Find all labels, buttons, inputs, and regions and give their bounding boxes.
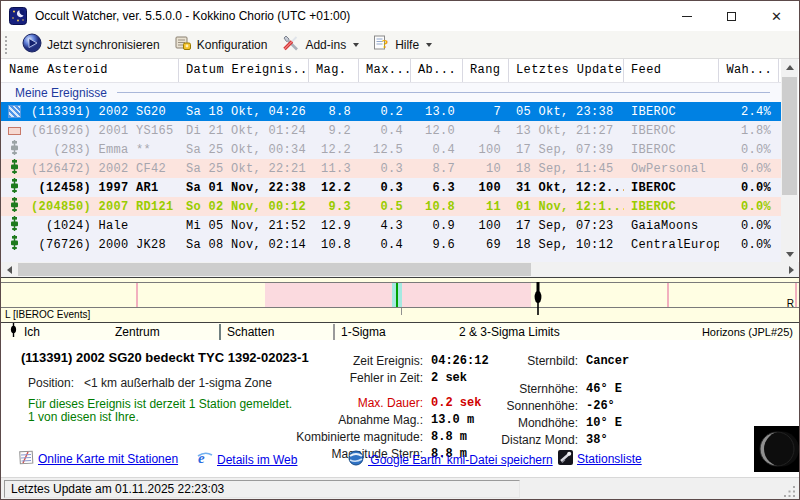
- vertical-scrollbar[interactable]: [781, 59, 798, 262]
- scroll-up-button[interactable]: [781, 59, 798, 75]
- column-header[interactable]: Rang: [463, 59, 509, 82]
- help-button[interactable]: ? Hilfe: [366, 32, 439, 57]
- position-line: Position: <1 km außerhalb der 1-sigma Zo…: [28, 376, 272, 390]
- table-row[interactable]: (204850) 2007 RD121So 02 Nov, 00:129.30.…: [1, 197, 782, 216]
- minimize-button[interactable]: [664, 1, 709, 31]
- sigma-limit-line: [795, 283, 797, 307]
- row-icon-cell: [1, 159, 27, 178]
- cell-mag: 9.2: [309, 124, 359, 138]
- cell-wah: 0.0%: [719, 181, 779, 195]
- detail-label: Fehler in Zeit:: [249, 371, 431, 385]
- cell-update: 31 Okt, 12:2...: [509, 181, 624, 195]
- scroll-left-button[interactable]: [1, 262, 17, 277]
- cell-feed: GaiaMoons: [624, 219, 719, 233]
- scroll-right-button[interactable]: [783, 262, 799, 277]
- close-button[interactable]: ✕: [754, 1, 799, 31]
- link-google-earth[interactable]: 'Google Earth' kml-Datei speichern: [368, 453, 553, 467]
- cell-update: 18 Sep, 11:45: [509, 162, 624, 176]
- toolbar-grip[interactable]: [5, 36, 8, 54]
- cell-mag: 12.9: [309, 219, 359, 233]
- vertical-scroll-thumb[interactable]: [782, 77, 797, 195]
- scroll-down-button[interactable]: [781, 246, 798, 262]
- detail-label: Abnahme Mag.:: [249, 413, 431, 427]
- cell-update: 01 Nov, 12:1...: [509, 200, 624, 214]
- help-label: Hilfe: [395, 38, 419, 52]
- link-internet-explorer[interactable]: Details im Web: [217, 453, 297, 467]
- horizontal-scroll-thumb[interactable]: [18, 263, 531, 276]
- event-path-graph[interactable]: L [IBEROC Events] R: [1, 277, 799, 322]
- column-header[interactable]: Ab...: [411, 59, 463, 82]
- table-row[interactable]: (126472) 2002 CF42Sa 25 Okt, 22:2111.30.…: [1, 159, 782, 178]
- cell-max: 0.5: [359, 200, 411, 214]
- cell-update: 13 Okt, 21:27: [509, 124, 624, 138]
- horizontal-scrollbar[interactable]: [1, 262, 799, 277]
- cell-name: (76726) 2000 JK28: [27, 238, 179, 252]
- column-header[interactable]: Letztes Update: [509, 59, 624, 82]
- position-label: Position:: [28, 376, 74, 390]
- cell-datum: Sa 08 Nov, 02:14: [179, 238, 309, 252]
- link-item: 'Google Earth' kml-Datei speichern: [348, 450, 553, 469]
- column-header[interactable]: Mag.: [309, 59, 359, 82]
- legend-item-pink-box: 1-Sigma: [333, 325, 453, 339]
- link-item: Stationsliste: [558, 450, 642, 468]
- cell-rang: 7: [463, 105, 509, 119]
- row-icon-cell: [1, 127, 27, 135]
- detail-value: 46° E: [586, 382, 622, 396]
- event-green-icon: [9, 197, 20, 216]
- link-stations[interactable]: Stationsliste: [577, 452, 642, 466]
- group-header[interactable]: Meine Ereignisse: [1, 83, 782, 102]
- column-header[interactable]: Feed: [624, 59, 719, 82]
- resize-grip[interactable]: [784, 485, 796, 497]
- arrow-left-icon: [7, 266, 12, 274]
- table-row[interactable]: (283) Emma **Sa 25 Okt, 00:3412.212.50.4…: [1, 140, 782, 159]
- row-icon-cell: [1, 178, 27, 197]
- help-dropdown-icon: [426, 43, 432, 47]
- legend-label: 1-Sigma: [341, 325, 386, 339]
- cell-mag: 12.2: [309, 143, 359, 157]
- configuration-label: Konfiguration: [197, 38, 268, 52]
- column-header[interactable]: Wah...: [719, 59, 779, 82]
- column-header[interactable]: Name Asteroid: [1, 59, 179, 82]
- maximize-button[interactable]: [709, 1, 754, 31]
- event-fields-right: Sternbild:CancerSternhöhe:46° ESonnenhöh…: [463, 352, 703, 448]
- cell-wah: 0.0%: [719, 219, 779, 233]
- cell-feed: IBEROC: [624, 124, 719, 138]
- detail-field: Mondhöhe:10° E: [463, 414, 703, 431]
- map-icon: [19, 450, 34, 468]
- cell-mag: 11.3: [309, 162, 359, 176]
- detail-label: Distanz Mond:: [463, 433, 586, 447]
- arrow-down-icon: [786, 252, 794, 257]
- table-row[interactable]: (113391) 2002 SG20Sa 18 Okt, 04:268.80.2…: [1, 102, 782, 121]
- configuration-button[interactable]: Konfiguration: [167, 32, 275, 57]
- sync-now-button[interactable]: Jetzt synchronisieren: [15, 31, 167, 58]
- table-row[interactable]: (616926) 2001 YS165Di 21 Okt, 01:249.20.…: [1, 121, 782, 140]
- table-row[interactable]: (12458) 1997 AR1Sa 01 Nov, 22:3812.20.36…: [1, 178, 782, 197]
- window-title: Occult Watcher, ver. 5.5.0.0 - Kokkino C…: [35, 9, 350, 23]
- close-icon: ✕: [771, 10, 782, 23]
- table-row[interactable]: (1024) HaleMi 05 Nov, 21:5212.94.30.9100…: [1, 216, 782, 235]
- legend-item-green-line: Zentrum: [109, 325, 219, 339]
- cell-datum: Sa 25 Okt, 00:34: [179, 143, 309, 157]
- my-station-marker: [532, 282, 544, 319]
- cell-feed: IBEROC: [624, 200, 719, 214]
- column-header[interactable]: Datum Ereignis...: [179, 59, 309, 82]
- legend-label: Ich: [24, 325, 40, 339]
- cell-max: 0.3: [359, 162, 411, 176]
- cell-ab: 6.3: [411, 181, 463, 195]
- cell-feed: IBEROC: [624, 143, 719, 157]
- position-value: <1 km außerhalb der 1-sigma Zone: [84, 376, 272, 390]
- addins-button[interactable]: Add-ins: [274, 32, 366, 57]
- title-bar[interactable]: Occult Watcher, ver. 5.5.0.0 - Kokkino C…: [1, 1, 799, 31]
- cell-ab: 13.0: [411, 105, 463, 119]
- configuration-icon: [174, 34, 192, 55]
- cell-max: 4.3: [359, 219, 411, 233]
- cell-rang: 4: [463, 124, 509, 138]
- table-row[interactable]: (76726) 2000 JK28Sa 08 Nov, 02:1410.80.4…: [1, 235, 782, 254]
- column-header[interactable]: Max...: [359, 59, 411, 82]
- cell-name: (204850) 2007 RD121: [27, 200, 179, 214]
- row-icon-cell: [1, 105, 27, 118]
- detail-field: Sonnenhöhe:-26°: [463, 397, 703, 414]
- sigma-limit-line: [667, 283, 669, 307]
- link-map[interactable]: Online Karte mit Stationen: [38, 452, 178, 466]
- minimize-icon: [682, 16, 692, 17]
